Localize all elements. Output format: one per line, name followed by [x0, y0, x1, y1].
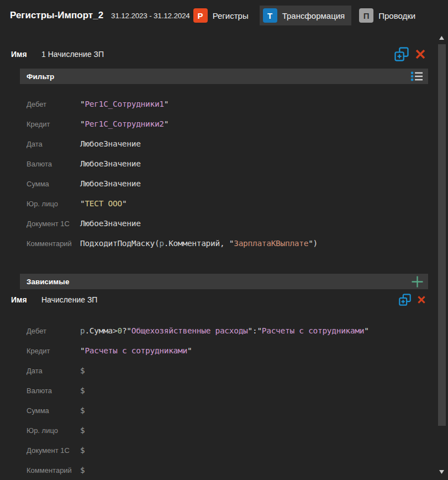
tab-registry-icon: Р	[193, 8, 208, 23]
field-row: Юр. лицо"ТЕСТ ООО"	[27, 194, 420, 213]
duplicate-register-button[interactable]	[394, 47, 409, 61]
scrollbar-thumb[interactable]	[438, 44, 446, 426]
field-row: КомментарийПодходитПодМаску(р.Комментари…	[27, 233, 420, 253]
field-label: Документ 1С	[27, 220, 80, 228]
field-label: Комментарий	[27, 466, 80, 474]
field-row: ВалютаЛюбоеЗначение	[27, 154, 420, 174]
delete-register-button[interactable]	[415, 49, 426, 60]
date-range: 31.12.2023 - 31.12.2024	[111, 12, 190, 20]
field-value[interactable]: ЛюбоеЗначение	[80, 219, 141, 228]
copy-plus-icon	[394, 47, 409, 61]
field-label: Дебет	[27, 327, 80, 335]
field-value[interactable]: $	[80, 446, 85, 455]
scroll-down-icon[interactable]	[439, 470, 444, 474]
field-value[interactable]: $	[80, 466, 85, 474]
duplicate-dependent-button[interactable]	[399, 294, 411, 306]
filter-fields: Дебет"Рег1С_Сотрудники1"Кредит"Рег1С_Сот…	[27, 94, 420, 253]
tab-transformation[interactable]: ТТрансформация	[260, 6, 352, 25]
field-value[interactable]: "Расчеты с сотрудниками"	[80, 346, 192, 355]
field-value[interactable]: ЛюбоеЗначение	[80, 139, 141, 148]
field-label: Сумма	[27, 180, 80, 188]
field-label: Валюта	[27, 160, 80, 168]
field-value[interactable]: $	[80, 386, 85, 395]
field-value[interactable]: ПодходитПодМаску(р.Комментарий, "Зарплат…	[80, 239, 318, 248]
tab-transformation-icon: Т	[263, 8, 277, 23]
dependent-fields: Дебетр.Сумма>0?"Общехозяйственные расход…	[27, 321, 420, 480]
scroll-up-icon[interactable]	[439, 36, 444, 40]
copy-plus-icon	[399, 294, 411, 306]
field-row: Юр. лицо$	[27, 420, 420, 440]
dependent-name-row: Имя Начисление ЗП	[11, 293, 426, 307]
register-name-value[interactable]: 1 Начисление ЗП	[41, 50, 104, 59]
field-row: Кредит"Рег1С_Сотрудники2"	[27, 114, 420, 134]
field-label: Валюта	[27, 387, 80, 395]
field-row: ДатаЛюбоеЗначение	[27, 134, 420, 154]
list-icon	[410, 71, 423, 82]
field-label: Комментарий	[27, 239, 80, 248]
field-label: Сумма	[27, 406, 80, 415]
field-label: Юр. лицо	[27, 200, 80, 208]
field-label: Дата	[27, 367, 80, 375]
field-row: Дебет"Рег1С_Сотрудники1"	[27, 94, 420, 114]
field-value[interactable]: $	[80, 426, 85, 435]
delete-dependent-button[interactable]	[417, 295, 426, 304]
field-value[interactable]: ЛюбоеЗначение	[80, 159, 141, 168]
field-row: Сумма$	[27, 400, 420, 420]
filter-header-bar: Фильтр	[20, 69, 428, 84]
field-value[interactable]: "ТЕСТ ООО"	[80, 199, 127, 208]
vertical-scrollbar[interactable]	[438, 32, 446, 480]
field-label: Кредит	[27, 120, 80, 128]
field-row: Дебетр.Сумма>0?"Общехозяйственные расход…	[27, 321, 420, 341]
filter-title: Фильтр	[27, 72, 54, 81]
field-row: Кредит"Расчеты с сотрудниками"	[27, 341, 420, 361]
field-row: Валюта$	[27, 380, 420, 400]
header-tabs: РРегистрыТТрансформацияППроводки	[190, 6, 423, 25]
tab-registry[interactable]: РРегистры	[190, 6, 255, 25]
tab-label: Проводки	[378, 11, 415, 20]
header: Регистры-Импорт_2 31.12.2023 - 31.12.202…	[0, 0, 448, 31]
close-icon	[415, 49, 426, 60]
name-label: Имя	[11, 50, 41, 59]
add-dependent-button[interactable]	[412, 276, 423, 288]
field-row: Комментарий$	[27, 460, 420, 480]
filter-list-button[interactable]	[410, 71, 423, 82]
register-name-row: Имя 1 Начисление ЗП	[11, 46, 426, 62]
field-value[interactable]: $	[80, 366, 85, 375]
field-value[interactable]: р.Сумма>0?"Общехозяйственные расходы":"Р…	[80, 326, 369, 335]
tab-entries[interactable]: ППроводки	[356, 6, 422, 25]
tab-label: Регистры	[213, 11, 249, 20]
dependents-header-bar: Зависимые	[20, 274, 428, 289]
field-row: СуммаЛюбоеЗначение	[27, 174, 420, 194]
dependent-name-value[interactable]: Начисление ЗП	[41, 295, 97, 304]
field-label: Дебет	[27, 100, 80, 108]
plus-icon	[412, 276, 423, 288]
field-row: Документ 1СЛюбоеЗначение	[27, 213, 420, 233]
field-value[interactable]: ЛюбоеЗначение	[80, 179, 141, 188]
field-value[interactable]: $	[80, 406, 85, 415]
field-label: Кредит	[27, 347, 80, 355]
dependents-title: Зависимые	[27, 278, 69, 286]
name-label: Имя	[11, 295, 41, 304]
page-title: Регистры-Импорт_2	[10, 10, 103, 21]
tab-label: Трансформация	[282, 11, 345, 20]
field-label: Документ 1С	[27, 446, 80, 455]
field-row: Дата$	[27, 361, 420, 380]
field-row: Документ 1С$	[27, 440, 420, 460]
close-icon	[417, 295, 426, 304]
field-label: Дата	[27, 140, 80, 148]
field-value[interactable]: "Рег1С_Сотрудники1"	[80, 100, 168, 108]
field-label: Юр. лицо	[27, 426, 80, 435]
field-value[interactable]: "Рег1С_Сотрудники2"	[80, 119, 168, 128]
tab-entries-icon: П	[359, 8, 373, 23]
